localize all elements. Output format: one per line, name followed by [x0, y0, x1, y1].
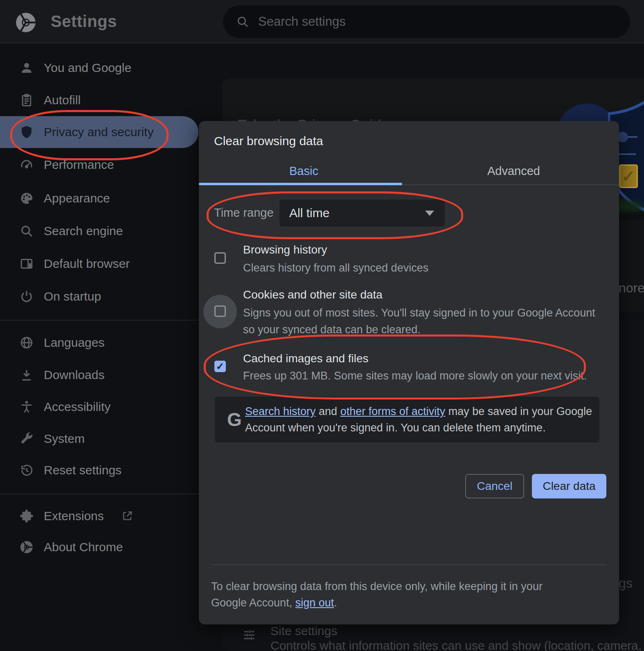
sidebar-item-privacy-and-security[interactable]: Privacy and security [0, 116, 198, 148]
sidebar-item-label: Default browser [44, 257, 130, 271]
tab-basic[interactable]: Basic [199, 159, 409, 183]
row-title: Cookies and other site data [243, 288, 383, 301]
sidebar-item-label: Appearance [44, 191, 110, 205]
accessibility-person-icon [19, 400, 34, 414]
sidebar-item-label: Languages [44, 336, 104, 350]
history-restore-icon [19, 463, 34, 478]
wrench-icon [19, 431, 34, 446]
browser-window-icon [19, 256, 34, 271]
sidebar-item-appearance[interactable]: Appearance [0, 182, 198, 214]
google-g-icon: G [227, 397, 242, 442]
search-icon [236, 15, 249, 28]
site-settings-row-title[interactable]: Site settings [270, 624, 337, 638]
globe-icon [19, 335, 34, 350]
person-icon [19, 61, 34, 75]
search-history-link[interactable]: Search history [245, 405, 316, 418]
other-activity-link[interactable]: other forms of activity [340, 405, 446, 418]
time-range-label: Time range [214, 206, 274, 220]
section-heading-fragment: gs [619, 576, 633, 591]
sidebar-item-label: System [44, 432, 85, 446]
sidebar-item-system[interactable]: System [0, 423, 198, 455]
footer-text-part: . [334, 597, 337, 609]
sidebar-item-label: On startup [44, 290, 101, 303]
magnifier-icon [19, 224, 34, 238]
browsing-history-checkbox[interactable] [214, 252, 226, 264]
row-desc: Clears history from all synced devices [243, 260, 607, 276]
dialog-title: Clear browsing data [214, 134, 323, 148]
sidebar-divider [0, 494, 222, 494]
sidebar-item-accessibility[interactable]: Accessibility [0, 391, 198, 423]
sidebar-item-label: Extensions [44, 509, 104, 523]
sidebar-item-default-browser[interactable]: Default browser [0, 248, 198, 280]
chevron-down-icon [425, 211, 434, 216]
site-settings-row-desc: Controls what information sites can use … [270, 639, 644, 651]
row-title: Cached images and files [243, 352, 369, 365]
sidebar-item-label: Autofill [44, 93, 81, 107]
illustration-gold-checkbox: ✓ [619, 164, 638, 188]
sidebar-item-search-engine[interactable]: Search engine [0, 215, 198, 247]
active-tab-indicator [199, 183, 402, 185]
download-icon [19, 368, 34, 382]
sidebar-item-reset-settings[interactable]: Reset settings [0, 454, 198, 486]
clear-browsing-data-dialog: Clear browsing data Basic Advanced Time … [199, 121, 619, 624]
time-range-select[interactable]: All time [279, 200, 445, 227]
sidebar-item-label: About Chrome [44, 540, 123, 554]
sidebar-item-you-and-google[interactable]: You and Google [0, 52, 198, 84]
sidebar-item-label: Accessibility [44, 400, 110, 414]
sidebar-item-downloads[interactable]: Downloads [0, 359, 198, 391]
sidebar-item-label: Performance [44, 158, 114, 172]
sidebar-item-label: Downloads [44, 368, 104, 382]
shield-icon [19, 125, 34, 139]
notice-text: Search history and other forms of activi… [245, 403, 597, 436]
row-title: Browsing history [243, 243, 327, 256]
sidebar-item-extensions[interactable]: Extensions [0, 500, 198, 532]
power-icon [19, 289, 34, 304]
time-range-value: All time [289, 206, 329, 220]
row-desc: Signs you out of most sites. You'll stay… [243, 305, 607, 338]
footer-divider [211, 564, 606, 565]
sidebar-item-languages[interactable]: Languages [0, 327, 198, 359]
tab-advanced[interactable]: Advanced [409, 159, 619, 183]
checkmark-icon: ✓ [216, 361, 224, 372]
sidebar-item-label: Reset settings [44, 463, 122, 477]
sidebar-item-about-chrome[interactable]: About Chrome [0, 531, 198, 563]
learn-more-link-fragment[interactable]: nore [619, 281, 644, 296]
header-bar: Settings [0, 0, 644, 43]
sidebar-item-autofill[interactable]: Autofill [0, 84, 198, 116]
sidebar-item-label: Privacy and security [44, 125, 153, 139]
site-settings-tune-icon [242, 628, 256, 642]
cancel-button[interactable]: Cancel [465, 474, 524, 498]
chrome-logo-icon [15, 12, 36, 33]
notice-text-part: and [316, 405, 340, 418]
external-link-icon [121, 510, 133, 522]
row-desc: Frees up 301 MB. Some sites may load mor… [243, 368, 607, 384]
settings-search-bar[interactable] [223, 5, 630, 38]
chrome-settings-page: ✓ Take the Privacy Guide nore gs Site se… [0, 0, 644, 651]
footer-text-part: To clear browsing data from this device … [211, 580, 543, 609]
sidebar-item-label: Search engine [44, 224, 123, 238]
sidebar-item-performance[interactable]: Performance [0, 149, 198, 181]
page-title: Settings [51, 0, 117, 43]
footer-note: To clear browsing data from this device … [211, 578, 579, 611]
chrome-icon [19, 540, 34, 554]
sidebar-divider [0, 320, 222, 321]
clipboard-icon [19, 93, 34, 108]
cached-images-checkbox[interactable]: ✓ [214, 361, 226, 372]
cookies-checkbox[interactable] [214, 305, 226, 317]
google-account-notice: G Search history and other forms of acti… [215, 397, 599, 442]
clear-data-button[interactable]: Clear data [532, 474, 606, 498]
search-input[interactable] [257, 14, 586, 29]
puzzle-icon [19, 509, 34, 523]
palette-icon [19, 191, 34, 206]
sign-out-link[interactable]: sign out [295, 597, 334, 609]
speedometer-icon [19, 157, 34, 172]
sidebar-item-label: You and Google [44, 61, 131, 75]
sidebar-item-on-startup[interactable]: On startup [0, 281, 198, 312]
gold-check-glyph: ✓ [621, 167, 635, 186]
